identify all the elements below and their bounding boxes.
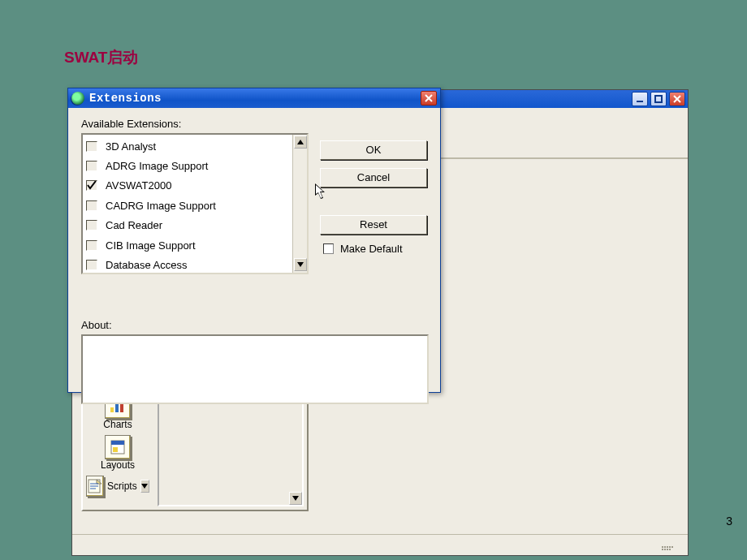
extension-item[interactable]: ADRG Image Support (86, 156, 291, 175)
close-button[interactable] (669, 92, 685, 106)
svg-rect-3 (115, 404, 119, 412)
checkbox-icon[interactable] (86, 220, 97, 230)
extension-item-label: Database Access (106, 259, 187, 271)
scroll-down-button[interactable] (289, 492, 302, 505)
extension-item-label: CADRG Image Support (106, 200, 216, 212)
extension-item[interactable]: Cad Reader (86, 216, 291, 235)
resize-grip-icon (662, 539, 675, 550)
svg-rect-2 (110, 407, 114, 412)
scroll-up-icon[interactable] (294, 136, 307, 149)
extension-item[interactable]: AVSWAT2000 (86, 176, 291, 196)
checkbox-icon[interactable] (86, 141, 97, 152)
make-default-label: Make Default (340, 243, 403, 255)
dialog-titlebar[interactable]: Extensions (68, 88, 440, 108)
project-item-layouts[interactable]: Layouts (86, 435, 149, 471)
checkbox-icon[interactable] (86, 260, 97, 270)
project-item-label: Layouts (101, 459, 135, 471)
about-textarea[interactable] (81, 334, 429, 404)
arcview-statusbar (72, 534, 688, 552)
dialog-title: Extensions (89, 92, 162, 105)
checkbox-icon (323, 243, 334, 254)
checkbox-icon[interactable] (86, 180, 97, 191)
extension-item-label: CIB Image Support (106, 239, 196, 252)
dialog-close-button[interactable] (421, 91, 437, 106)
svg-rect-1 (655, 96, 662, 102)
svg-rect-6 (111, 441, 124, 445)
svg-rect-7 (113, 447, 118, 452)
available-extensions-label: Available Extensions: (81, 118, 427, 130)
globe-icon (71, 92, 84, 105)
slide-page-number: 3 (726, 515, 732, 528)
scripts-icon (86, 476, 104, 497)
extension-item-label: ADRG Image Support (106, 160, 208, 172)
extension-item[interactable]: CADRG Image Support (86, 196, 291, 215)
layouts-icon (105, 435, 131, 459)
project-item-label: Scripts (107, 480, 137, 492)
project-item-scripts[interactable]: Scripts (86, 476, 149, 497)
dialog-button-column: OK Cancel Reset Make Default (320, 140, 427, 255)
svg-rect-0 (637, 101, 643, 102)
reset-button[interactable]: Reset (320, 215, 427, 235)
checkbox-icon[interactable] (86, 200, 97, 211)
ok-button[interactable]: OK (320, 140, 427, 160)
checkbox-icon[interactable] (86, 161, 97, 171)
minimize-button[interactable] (632, 92, 648, 106)
make-default-checkbox[interactable]: Make Default (323, 243, 427, 255)
extension-item-label: Cad Reader (106, 219, 162, 231)
extensions-dialog: Extensions Available Extensions: 3D Anal… (67, 88, 441, 393)
extension-item-label: 3D Analyst (106, 140, 156, 153)
listbox-scrollbar[interactable] (292, 135, 307, 273)
project-item-label: Charts (103, 419, 132, 430)
scroll-down-icon[interactable] (140, 480, 149, 493)
about-label: About: (81, 319, 429, 331)
extensions-listbox[interactable]: 3D AnalystADRG Image SupportAVSWAT2000CA… (81, 133, 309, 274)
extension-item[interactable]: Database Access (86, 255, 291, 271)
extension-item[interactable]: CIB Image Support (86, 235, 291, 255)
cancel-button[interactable]: Cancel (320, 168, 427, 187)
checkbox-icon[interactable] (86, 240, 97, 251)
maximize-button[interactable] (650, 92, 667, 106)
extension-item-label: AVSWAT2000 (106, 179, 171, 192)
extension-item[interactable]: 3D Analyst (86, 136, 291, 156)
scroll-down-icon[interactable] (294, 258, 307, 271)
slide-title: SWAT启动 (64, 47, 138, 68)
